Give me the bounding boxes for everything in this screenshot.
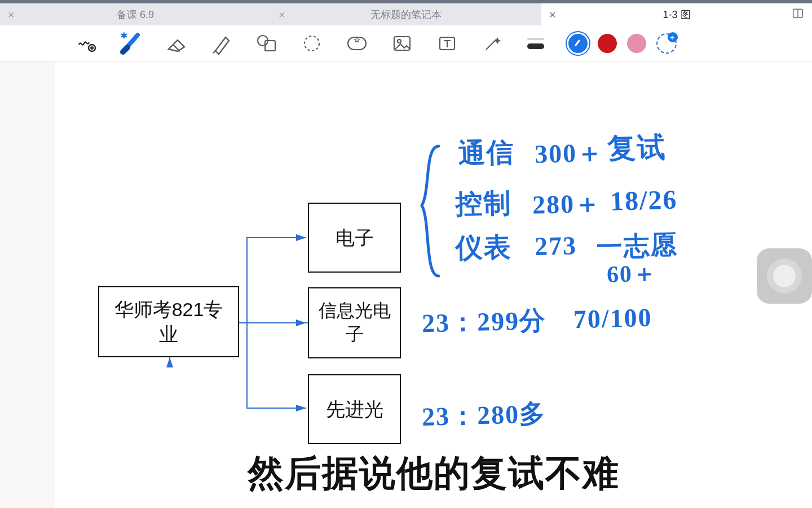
diagram-child-label: 电子 [336,225,374,250]
hand-row2-score: 280＋ [532,186,602,222]
color-add[interactable]: ＋ [656,33,677,54]
color-red[interactable] [598,34,617,53]
hand-row2-title: 控制 [455,185,513,223]
hand-row1-score: 300＋ [534,135,604,172]
diagram-child-label: 先进光 [326,397,383,422]
hand-row1-note: 复试 [607,129,667,168]
hand-row3-sub: 60＋ [606,257,657,290]
book-icon[interactable] [792,7,804,22]
svg-rect-6 [348,37,366,50]
magic-icon[interactable] [479,30,505,56]
shapes-icon[interactable] [254,30,280,56]
hand-row3-score: 273 [534,230,577,261]
line-thickness-selector[interactable] [524,38,547,49]
svg-text:✱: ✱ [121,31,127,40]
assistive-touch[interactable] [757,248,812,304]
tab-1[interactable]: × 备课 6.9 [0,3,271,25]
page-nav-icon[interactable] [73,30,99,56]
pen-icon[interactable]: ✱ [118,30,144,56]
toolbar: ✱ [0,25,812,62]
hand-row1-title: 通信 [458,134,515,172]
tab-3[interactable]: × 1-3 图 [541,3,812,25]
eraser-icon[interactable] [164,30,189,56]
sticker-icon[interactable] [344,30,370,56]
close-icon[interactable]: × [279,8,285,21]
diagram-child-1: 电子 [308,203,401,273]
hand-bot-line: 23：280多 [421,396,547,435]
diagram-root-label: 华师考821专业 [107,297,230,347]
tab-2[interactable]: × 无标题的笔记本 [271,3,541,25]
close-icon[interactable]: × [549,8,556,21]
tab-label: 备课 6.9 [117,8,154,21]
hand-mid-line: 23：299分 70/100 [421,300,652,341]
highlighter-icon[interactable] [209,30,235,56]
hand-row3-title: 仪表 [455,229,513,267]
diagram-root: 华师考821专业 [98,286,239,357]
svg-point-8 [398,40,401,43]
diagram-child-label: 信息光电子 [317,299,392,346]
hand-row2-note: 18/26 [610,183,678,216]
color-palette: ＋ [568,33,677,54]
image-icon[interactable] [389,30,415,56]
close-icon[interactable]: × [8,8,15,21]
canvas[interactable]: 华师考821专业 电子 信息光电子 先进光 通信 300＋ 复试 控制 280＋… [55,62,812,508]
connectors [55,62,788,508]
svg-point-5 [304,36,319,51]
tab-label: 1-3 图 [663,8,690,21]
video-subtitle: 然后据说他的复试不难 [248,449,620,498]
tab-label: 无标题的笔记本 [370,8,442,21]
lasso-icon[interactable] [299,30,325,56]
tab-bar: × 备课 6.9 × 无标题的笔记本 × 1-3 图 [0,3,812,25]
color-pink[interactable] [627,34,646,53]
color-blue[interactable] [568,34,588,53]
svg-rect-3 [265,41,275,51]
diagram-child-2: 信息光电子 [308,287,401,358]
text-icon[interactable] [434,30,460,56]
diagram-child-3: 先进光 [308,374,401,444]
